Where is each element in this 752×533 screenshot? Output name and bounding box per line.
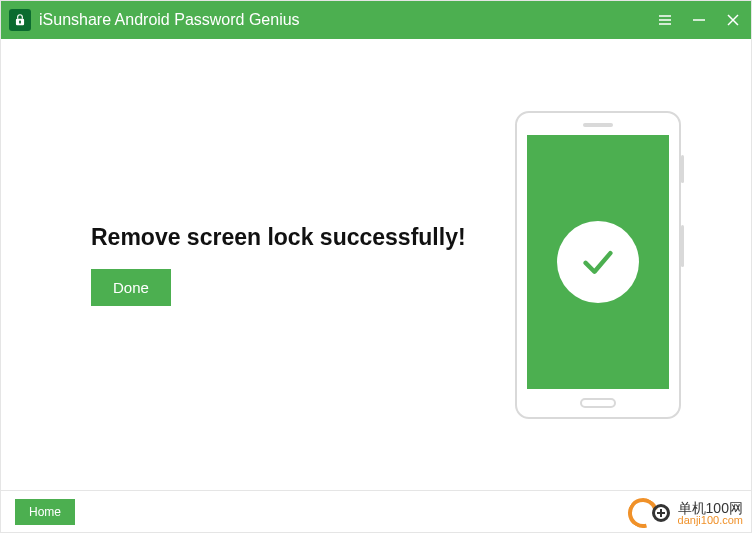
watermark-logo: 单机100网 danji100.com [628, 498, 743, 528]
minimize-icon[interactable] [691, 12, 707, 28]
app-lock-icon [9, 9, 31, 31]
phone-illustration [515, 111, 681, 419]
close-icon[interactable] [725, 12, 741, 28]
watermark-icon [628, 498, 672, 528]
checkmark-icon [557, 221, 639, 303]
watermark-text-2: danji100.com [678, 515, 743, 526]
window-controls [657, 12, 741, 28]
menu-icon[interactable] [657, 12, 673, 28]
done-button[interactable]: Done [91, 269, 171, 306]
watermark-text-1: 单机100网 [678, 501, 743, 515]
svg-rect-1 [19, 21, 21, 24]
app-title: iSunshare Android Password Genius [39, 11, 300, 29]
success-headline: Remove screen lock successfully! [91, 224, 466, 251]
home-button[interactable]: Home [15, 499, 75, 525]
titlebar: iSunshare Android Password Genius [1, 1, 751, 39]
main-content: Remove screen lock successfully! Done [1, 39, 751, 490]
